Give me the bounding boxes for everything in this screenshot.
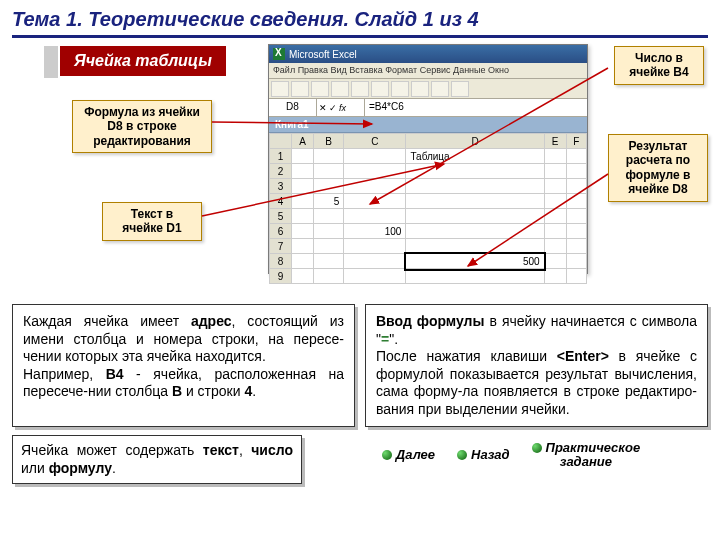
callout-text: Текст в ячейке D1 xyxy=(102,202,202,241)
bottom-row: Ячейка может содержать текст, число или … xyxy=(12,435,708,484)
bullet-icon xyxy=(532,443,542,453)
bullet-icon xyxy=(382,450,392,460)
excel-menu: Файл Правка Вид Вставка Формат Сервис Да… xyxy=(269,63,587,79)
text-small: Ячейка может содержать текст, число или … xyxy=(12,435,302,484)
upper-region: Ячейка таблицы Формула из ячейки D8 в ст… xyxy=(12,44,708,304)
decor-box xyxy=(44,46,58,78)
toolbar-btn xyxy=(291,81,309,97)
toolbar-btn xyxy=(311,81,329,97)
excel-title: Microsoft Excel xyxy=(289,49,357,60)
cell-label: Ячейка таблицы xyxy=(60,46,226,76)
sheet-grid: ABCDEF 1Таблица 2 3 45 5 6100 7 8500 9 xyxy=(269,133,587,284)
toolbar-btn xyxy=(371,81,389,97)
title-rule xyxy=(12,35,708,38)
lower-text-row: Каждая ячейка имеет адрес, состоящий из … xyxy=(12,304,708,427)
excel-icon xyxy=(273,48,285,60)
callout-formula: Формула из ячейки D8 в строке редактиров… xyxy=(72,100,212,153)
nav-back[interactable]: Назад xyxy=(457,447,510,462)
toolbar-btn xyxy=(271,81,289,97)
bullet-icon xyxy=(457,450,467,460)
text-left: Каждая ячейка имеет адрес, состоящий из … xyxy=(12,304,355,427)
excel-titlebar: Microsoft Excel xyxy=(269,45,587,63)
excel-toolbar xyxy=(269,79,587,99)
slide-title: Тема 1. Теоретические сведения. Слайд 1 … xyxy=(0,0,720,35)
name-box: D8 xyxy=(269,99,317,116)
nav-task[interactable]: Практическое задание xyxy=(532,441,641,468)
formula-field: =B4*C6 xyxy=(365,99,587,116)
nav-next[interactable]: Далее xyxy=(382,447,435,462)
cell-c6: 100 xyxy=(344,224,406,239)
toolbar-btn xyxy=(431,81,449,97)
toolbar-btn xyxy=(411,81,429,97)
fx-buttons: ✕✓fx xyxy=(317,99,365,116)
formula-bar: D8 ✕✓fx =B4*C6 xyxy=(269,99,587,117)
cell-d1: Таблица xyxy=(406,149,544,164)
excel-screenshot: Microsoft Excel Файл Правка Вид Вставка … xyxy=(268,44,588,274)
cell-b4: 5 xyxy=(313,194,343,209)
callout-number: Число в ячейке B4 xyxy=(614,46,704,85)
toolbar-btn xyxy=(351,81,369,97)
toolbar-btn xyxy=(391,81,409,97)
text-right: Ввод формулы в ячейку начинается с симво… xyxy=(365,304,708,427)
toolbar-btn xyxy=(331,81,349,97)
toolbar-btn xyxy=(451,81,469,97)
callout-result: Результат расчета по формуле в ячейке D8 xyxy=(608,134,708,202)
nav-links: Далее Назад Практическое задание xyxy=(314,435,708,468)
workbook-label: Книга1 xyxy=(269,117,587,133)
cell-d8: 500 xyxy=(406,254,544,269)
